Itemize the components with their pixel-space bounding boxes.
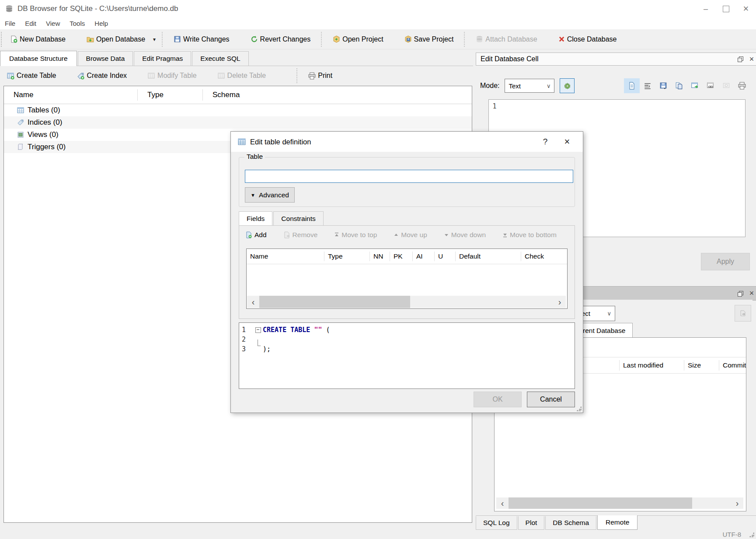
tab-database-structure[interactable]: Database Structure bbox=[0, 51, 77, 66]
fields-pane: Add Remove Move to top Move up Move down… bbox=[239, 225, 575, 319]
maximize-button[interactable] bbox=[716, 2, 736, 15]
tree-column-type[interactable]: Type bbox=[138, 89, 203, 101]
close-database-button[interactable]: Close Database bbox=[554, 32, 621, 47]
window-titlebar: DB Browser for SQLite - C:\Users\turne\d… bbox=[0, 0, 756, 18]
tab-remote[interactable]: Remote bbox=[597, 515, 638, 530]
menu-edit[interactable]: Edit bbox=[20, 18, 41, 28]
create-index-button[interactable]: Create Index bbox=[73, 68, 131, 83]
tree-column-schema[interactable]: Schema bbox=[203, 89, 472, 101]
col-nn: NN bbox=[370, 252, 390, 261]
open-database-caret-icon[interactable]: ▾ bbox=[153, 36, 156, 42]
minimize-button[interactable]: – bbox=[696, 2, 716, 15]
scroll-thumb[interactable] bbox=[259, 296, 410, 308]
sql-paren: ( bbox=[326, 326, 330, 334]
tree-column-name[interactable]: Name bbox=[4, 89, 138, 101]
fields-table: Name Type NN PK AI U Default Check ‹ › bbox=[246, 248, 568, 309]
apply-button: Apply bbox=[701, 253, 750, 270]
dock-float-button[interactable] bbox=[735, 289, 746, 298]
create-index-icon bbox=[77, 72, 84, 80]
menu-file[interactable]: File bbox=[0, 18, 20, 28]
view-icon bbox=[17, 131, 24, 138]
dialog-titlebar[interactable]: Edit table definition ? × bbox=[231, 132, 583, 152]
revert-changes-icon bbox=[251, 35, 258, 43]
remote-column-size: Size bbox=[684, 360, 719, 371]
cell-export-button[interactable] bbox=[671, 78, 687, 93]
cell-wordwrap-button[interactable] bbox=[640, 78, 655, 93]
col-pk: PK bbox=[390, 252, 413, 261]
menu-view[interactable]: View bbox=[41, 18, 65, 28]
write-changes-button[interactable]: Write Changes bbox=[169, 32, 234, 47]
write-changes-icon bbox=[174, 35, 181, 43]
advanced-button[interactable]: ▼ Advanced bbox=[245, 187, 295, 203]
mode-select[interactable]: Text ∨ bbox=[505, 79, 554, 93]
menu-help[interactable]: Help bbox=[90, 18, 113, 28]
print-button[interactable]: Print bbox=[304, 68, 337, 83]
tree-row-indices[interactable]: Indices (0) bbox=[4, 116, 472, 129]
col-check: Check bbox=[521, 252, 567, 261]
tab-plot[interactable]: Plot bbox=[518, 516, 545, 530]
tab-sql-log[interactable]: SQL Log bbox=[476, 516, 517, 530]
col-u: U bbox=[435, 252, 456, 261]
modify-table-icon bbox=[148, 72, 155, 80]
open-database-button[interactable]: Open Database bbox=[82, 32, 150, 47]
dock-float-button[interactable] bbox=[735, 54, 746, 64]
statusbar: UTF-8 bbox=[0, 529, 756, 539]
cell-print-button[interactable] bbox=[734, 78, 750, 93]
create-table-button[interactable]: Create Table bbox=[3, 68, 60, 83]
scroll-left-icon[interactable]: ‹ bbox=[496, 497, 509, 509]
dialog-help-button[interactable]: ? bbox=[537, 135, 554, 148]
scroll-left-icon[interactable]: ‹ bbox=[247, 296, 259, 308]
close-button[interactable]: × bbox=[736, 2, 756, 15]
toolbar-handle bbox=[1, 32, 4, 47]
scroll-right-icon[interactable]: › bbox=[731, 497, 743, 509]
dock-close-button[interactable]: × bbox=[746, 289, 756, 298]
new-database-icon bbox=[10, 35, 17, 43]
scroll-thumb[interactable] bbox=[509, 497, 692, 509]
revert-changes-button[interactable]: Revert Changes bbox=[246, 32, 315, 47]
sql-keyword: CREATE TABLE bbox=[263, 326, 310, 334]
toolbar-separator bbox=[162, 32, 163, 47]
tree-row-tables[interactable]: Tables (0) bbox=[4, 104, 472, 116]
col-type: Type bbox=[324, 252, 370, 261]
table-group-label: Table bbox=[244, 153, 265, 161]
dialog-close-button[interactable]: × bbox=[558, 135, 576, 148]
save-project-button[interactable]: Save Project bbox=[400, 32, 458, 47]
tab-edit-pragmas[interactable]: Edit Pragmas bbox=[134, 51, 191, 66]
scroll-right-icon[interactable]: › bbox=[554, 296, 566, 308]
menu-tools[interactable]: Tools bbox=[65, 18, 90, 28]
sql-line-number: 1 bbox=[239, 326, 253, 334]
open-project-button[interactable]: Open Project bbox=[328, 32, 387, 47]
ok-button: OK bbox=[474, 392, 522, 407]
tab-browse-data[interactable]: Browse Data bbox=[78, 51, 133, 66]
sql-preview[interactable]: 1 − CREATE TABLE "" ( 2 3 ); bbox=[239, 322, 575, 389]
cell-open-in-window-button[interactable] bbox=[687, 78, 703, 93]
modify-table-button: Modify Table bbox=[143, 68, 201, 83]
word-wrap-button[interactable] bbox=[560, 78, 575, 93]
remote-hscrollbar[interactable]: ‹ › bbox=[496, 497, 743, 509]
cell-import-button[interactable] bbox=[655, 78, 671, 93]
encoding-indicator[interactable]: UTF-8 bbox=[723, 531, 742, 538]
fold-marker-icon[interactable]: − bbox=[253, 327, 263, 333]
tab-fields[interactable]: Fields bbox=[239, 211, 272, 226]
dialog-resize-grip[interactable] bbox=[576, 406, 582, 411]
toolbar-separator bbox=[464, 32, 465, 47]
move-to-top-button: Move to top bbox=[331, 229, 380, 241]
tab-constraints[interactable]: Constraints bbox=[273, 211, 323, 226]
sql-line-number: 3 bbox=[239, 345, 253, 353]
fields-toolbar: Add Remove Move to top Move up Move down… bbox=[243, 229, 559, 241]
add-field-button[interactable]: Add bbox=[243, 229, 269, 241]
cancel-button[interactable]: Cancel bbox=[527, 392, 575, 407]
cell-text-mode-button[interactable] bbox=[624, 78, 640, 93]
table-name-input[interactable] bbox=[245, 170, 573, 183]
window-resize-grip[interactable] bbox=[749, 532, 754, 537]
dock-close-button[interactable]: × bbox=[746, 54, 756, 64]
new-database-button[interactable]: New Database bbox=[6, 32, 70, 47]
open-database-icon bbox=[87, 35, 94, 43]
edit-cell-dock-titlebar: Edit Database Cell × bbox=[476, 52, 756, 66]
move-down-button: Move down bbox=[441, 229, 488, 241]
tab-db-schema[interactable]: DB Schema bbox=[545, 516, 596, 530]
cell-link-window-button[interactable] bbox=[703, 78, 718, 93]
index-icon bbox=[17, 119, 24, 126]
fields-hscrollbar[interactable]: ‹ › bbox=[247, 296, 566, 308]
tab-execute-sql[interactable]: Execute SQL bbox=[192, 51, 248, 66]
